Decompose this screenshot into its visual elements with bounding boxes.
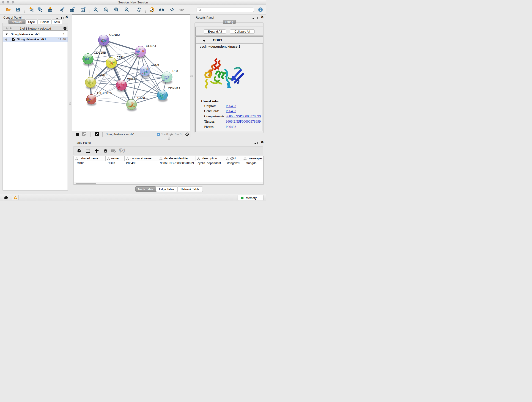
svg-text:CDKN1A: CDKN1A [168, 87, 181, 90]
svg-text:CDC25B: CDC25B [94, 51, 106, 54]
svg-text:CDK1: CDK1 [117, 56, 125, 59]
svg-text:?: ? [260, 8, 262, 12]
svg-text:HIST1H1A: HIST1H1A [97, 91, 112, 95]
svg-text:CCNA1: CCNA1 [146, 44, 157, 48]
svg-text:CCNB1: CCNB1 [96, 73, 107, 77]
svg-text:CCNA2: CCNA2 [127, 77, 138, 81]
svg-text:RB1: RB1 [172, 70, 178, 73]
svg-text:CCNE1: CCNE1 [138, 96, 148, 99]
svg-text:CCNB2: CCNB2 [109, 33, 120, 36]
svg-text:CDC6: CDC6 [151, 63, 159, 66]
